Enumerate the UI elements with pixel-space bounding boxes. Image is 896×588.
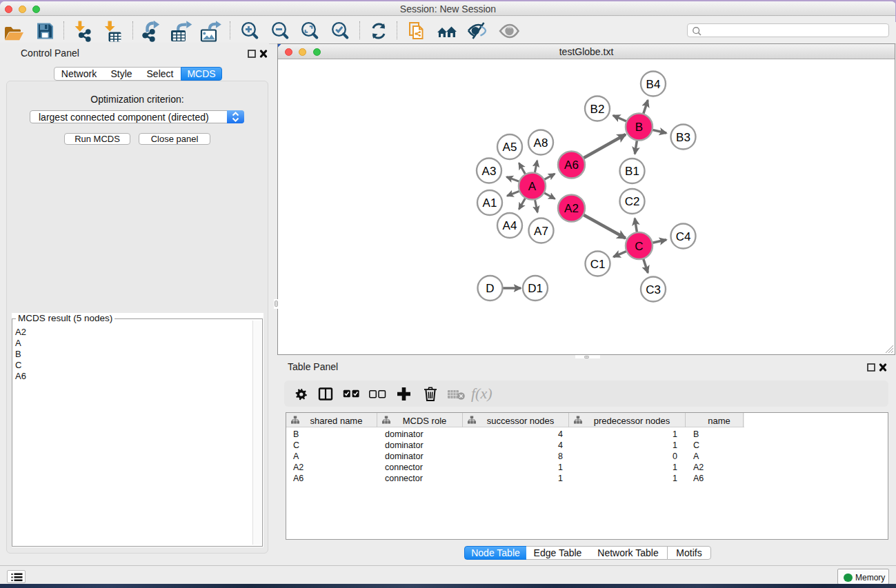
svg-text:C3: C3 (646, 283, 661, 296)
svg-text:C2: C2 (625, 195, 640, 208)
svg-text:B3: B3 (676, 131, 690, 144)
svg-text:B2: B2 (590, 103, 605, 116)
svg-text:B: B (635, 121, 643, 134)
svg-text:D: D (486, 282, 494, 295)
svg-text:D1: D1 (528, 282, 543, 295)
svg-text:A: A (528, 180, 537, 193)
svg-text:A7: A7 (534, 225, 548, 238)
svg-text:C: C (635, 240, 643, 253)
svg-text:A4: A4 (503, 219, 517, 232)
svg-text:C1: C1 (590, 258, 606, 271)
svg-text:A3: A3 (482, 165, 497, 178)
svg-text:A1: A1 (483, 196, 497, 210)
svg-text:B1: B1 (625, 165, 639, 178)
svg-text:A5: A5 (503, 141, 517, 154)
svg-text:A6: A6 (564, 159, 579, 172)
svg-text:C4: C4 (676, 230, 691, 243)
svg-text:A2: A2 (564, 202, 579, 215)
svg-text:B4: B4 (646, 78, 661, 91)
svg-text:A8: A8 (534, 136, 548, 150)
